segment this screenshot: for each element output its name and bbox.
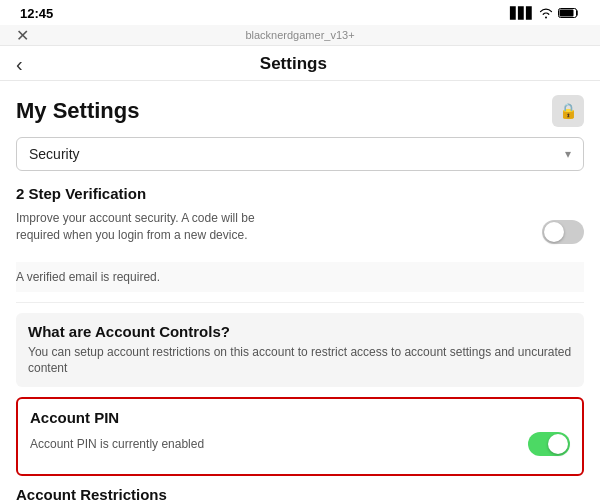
- toggle-thumb-pin: [548, 434, 568, 454]
- settings-header: ‹ Settings: [0, 46, 600, 81]
- status-bar: 12:45 ▋▋▋: [0, 0, 600, 25]
- wifi-icon: [539, 7, 553, 21]
- toggle-thumb: [544, 222, 564, 242]
- nav-bar: ✕ blacknerdgamer_v13+: [0, 25, 600, 46]
- main-content: My Settings 🔒 Security ▾ 2 Step Verifica…: [0, 81, 600, 500]
- back-button[interactable]: ‹: [16, 54, 23, 74]
- lock-icon-box: 🔒: [552, 95, 584, 127]
- account-pin-desc: Account PIN is currently enabled: [30, 437, 204, 451]
- account-restrictions-section: Account Restrictions Account Restriction…: [16, 486, 584, 500]
- account-controls-desc: You can setup account restrictions on th…: [28, 344, 572, 378]
- divider-1: [16, 302, 584, 303]
- svg-rect-1: [560, 9, 574, 16]
- two-step-desc: Improve your account security. A code wi…: [16, 210, 276, 244]
- page-title: Settings: [31, 54, 556, 74]
- status-icons: ▋▋▋: [510, 7, 580, 21]
- security-dropdown[interactable]: Security ▾: [16, 137, 584, 171]
- lock-icon: 🔒: [559, 102, 578, 120]
- battery-icon: [558, 7, 580, 21]
- my-settings-title: My Settings: [16, 98, 139, 124]
- domain-label: blacknerdgamer_v13+: [245, 29, 354, 41]
- two-step-toggle[interactable]: [542, 220, 584, 244]
- account-pin-section: Account PIN Account PIN is currently ena…: [16, 397, 584, 476]
- account-controls-section: What are Account Controls? You can setup…: [16, 313, 584, 388]
- account-pin-title: Account PIN: [30, 409, 570, 426]
- close-button[interactable]: ✕: [16, 26, 29, 45]
- account-pin-toggle-row: Account PIN is currently enabled: [30, 428, 570, 464]
- two-step-verification-section: 2 Step Verification Improve your account…: [16, 185, 584, 262]
- signal-icon: ▋▋▋: [510, 7, 534, 20]
- two-step-title: 2 Step Verification: [16, 185, 584, 202]
- account-pin-toggle[interactable]: [528, 432, 570, 456]
- account-restrictions-title: Account Restrictions: [16, 486, 584, 500]
- dropdown-label: Security: [29, 146, 80, 162]
- two-step-toggle-row: Improve your account security. A code wi…: [16, 206, 584, 262]
- warning-text: A verified email is required.: [16, 262, 584, 292]
- account-controls-title: What are Account Controls?: [28, 323, 572, 340]
- chevron-down-icon: ▾: [565, 147, 571, 161]
- time-display: 12:45: [20, 6, 53, 21]
- my-settings-row: My Settings 🔒: [16, 81, 584, 137]
